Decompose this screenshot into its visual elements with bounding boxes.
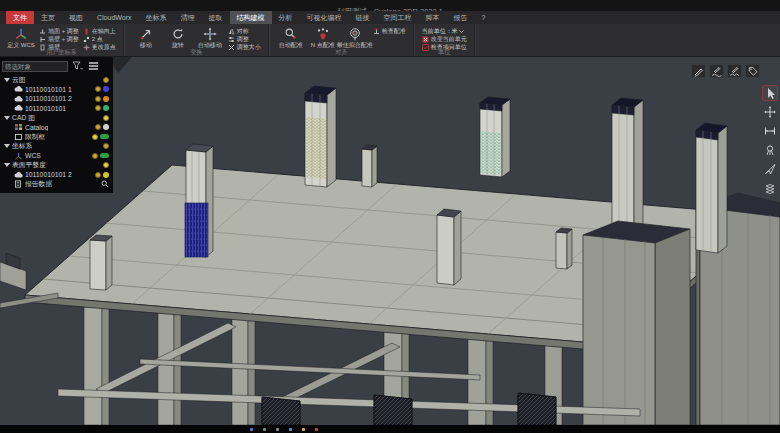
tab-help[interactable]: ? bbox=[475, 11, 493, 24]
tree-item-wcs[interactable]: WCS bbox=[2, 151, 111, 161]
transform-small-column: 对称 调整 调整大小 bbox=[228, 27, 261, 51]
color-dot-yellow[interactable] bbox=[103, 172, 109, 178]
tree-menu-icon[interactable] bbox=[87, 60, 100, 72]
badges bbox=[103, 143, 111, 149]
define-wcs-button[interactable]: 定义 WCS bbox=[5, 26, 37, 49]
bulb-badge[interactable] bbox=[92, 134, 98, 140]
tab-surveying[interactable]: 空间工程 bbox=[377, 11, 419, 24]
pan-tool-button[interactable] bbox=[762, 104, 778, 120]
tree-group-pointclouds[interactable]: 云图 bbox=[2, 75, 111, 85]
tab-report[interactable]: 报告 bbox=[447, 11, 475, 24]
bulb-badge[interactable] bbox=[103, 115, 109, 121]
column-mid-right bbox=[437, 209, 461, 285]
viewport-3d-scene[interactable] bbox=[0, 57, 780, 425]
orbit-station-icon bbox=[764, 144, 776, 156]
medal-badge[interactable] bbox=[95, 105, 101, 111]
tab-structure-modeling[interactable]: 结构建模 bbox=[230, 11, 272, 24]
medal-badge[interactable] bbox=[103, 77, 109, 83]
layers-tool-button[interactable] bbox=[762, 180, 778, 196]
point-cloud-column-blue[interactable] bbox=[185, 144, 213, 257]
select-tool-button[interactable] bbox=[762, 85, 778, 101]
color-dot-orange[interactable] bbox=[103, 96, 109, 102]
visibility-toggle[interactable] bbox=[100, 153, 109, 158]
medal-badge[interactable] bbox=[92, 153, 98, 159]
tab-visual-programming[interactable]: 可视化编程 bbox=[300, 11, 349, 24]
tab-extract[interactable]: 提取 bbox=[202, 11, 230, 24]
spline-tool-button[interactable] bbox=[709, 64, 724, 78]
tree-item-flatness-cloud[interactable]: 10110010101 2 bbox=[2, 170, 111, 180]
move-button[interactable]: 移动 bbox=[130, 26, 162, 49]
tab-home[interactable]: 主页 bbox=[34, 11, 62, 24]
tab-clean[interactable]: 清理 bbox=[174, 11, 202, 24]
tree-item-cloud-1[interactable]: 10110010101 1 bbox=[2, 85, 111, 95]
caret-down-icon[interactable] bbox=[4, 78, 10, 82]
n-point-registration-button[interactable]: N 点配准 bbox=[307, 26, 339, 49]
tree-item-catalog[interactable]: Catalog bbox=[2, 123, 111, 133]
item-label: N 点配准 bbox=[311, 42, 335, 49]
color-dot-blue[interactable] bbox=[103, 86, 109, 92]
tab-script[interactable]: 脚本 bbox=[419, 11, 447, 24]
viewport-3d[interactable] bbox=[0, 57, 780, 425]
tree-group-coordsys[interactable]: 坐标系 bbox=[2, 142, 111, 152]
tree-item-report-data[interactable]: 报告数据 bbox=[2, 180, 111, 190]
label-tag-icon bbox=[747, 66, 758, 77]
caret-down-icon[interactable] bbox=[4, 163, 10, 167]
measure-distance-button[interactable] bbox=[762, 123, 778, 139]
medal-badge[interactable] bbox=[95, 124, 101, 130]
magnifier-icon[interactable] bbox=[101, 180, 109, 188]
axis-triad-icon bbox=[14, 152, 23, 160]
item-label: 旋转 bbox=[172, 42, 184, 49]
tree-item-cloud-2[interactable]: 10110010101 2 bbox=[2, 94, 111, 104]
tree-item-limit-box[interactable]: 限制框 bbox=[2, 132, 111, 142]
badges bbox=[92, 153, 111, 159]
badges bbox=[95, 86, 111, 92]
tab-analysis[interactable]: 分析 bbox=[272, 11, 300, 24]
project-tree-panel: 云图 10110010101 1 10110010101 2 101100101… bbox=[0, 57, 113, 193]
freehand-tool-button[interactable] bbox=[727, 64, 742, 78]
sketch-tool-button[interactable] bbox=[691, 64, 706, 78]
inspection-column-green[interactable] bbox=[480, 97, 510, 177]
inspection-column-yellow[interactable] bbox=[305, 86, 336, 187]
medal-badge[interactable] bbox=[95, 96, 101, 102]
check-registration-item[interactable]: 检查配准 bbox=[373, 27, 406, 35]
tab-view[interactable]: 视图 bbox=[62, 11, 90, 24]
tab-link[interactable]: 链接 bbox=[349, 11, 377, 24]
color-dot-green[interactable] bbox=[103, 105, 109, 111]
auto-move-button[interactable]: 自动移动 bbox=[194, 26, 226, 49]
item-label: 移动 bbox=[140, 42, 152, 49]
tree-label: 10110010101 2 bbox=[25, 171, 72, 178]
color-dot-white[interactable] bbox=[103, 124, 109, 130]
tab-cloudworx[interactable]: CloudWorx bbox=[90, 11, 139, 24]
caret-down-icon[interactable] bbox=[4, 116, 10, 120]
rotate-button[interactable]: 旋转 bbox=[162, 26, 194, 49]
item-label: 检查配准 bbox=[382, 27, 406, 36]
report-document-icon bbox=[14, 180, 23, 188]
bulb-badge[interactable] bbox=[103, 162, 109, 168]
medal-badge[interactable] bbox=[95, 172, 101, 178]
medal-badge[interactable] bbox=[103, 143, 109, 149]
tree-group-cad[interactable]: CAD 图 bbox=[2, 113, 111, 123]
wall-plane-icon bbox=[39, 36, 46, 43]
point-cloud-icon bbox=[14, 171, 23, 179]
group-title: 变换 bbox=[125, 49, 268, 56]
tag-tool-button[interactable] bbox=[745, 64, 760, 78]
filter-funnel-icon[interactable] bbox=[71, 60, 84, 72]
best-fit-registration-button[interactable]: 最佳拟合配准 bbox=[339, 26, 371, 49]
tab-coordsys[interactable]: 坐标系 bbox=[139, 11, 174, 24]
tab-file[interactable]: 文件 bbox=[6, 11, 34, 24]
badges bbox=[95, 172, 111, 178]
badges bbox=[101, 180, 111, 188]
sketch-pencil-icon bbox=[693, 66, 704, 77]
tree-group-surface-flatness[interactable]: 表面平整度 bbox=[2, 161, 111, 171]
caret-down-icon[interactable] bbox=[4, 144, 10, 148]
catalog-grid-icon bbox=[14, 123, 23, 131]
orbit-station-button[interactable] bbox=[762, 142, 778, 158]
tree-filter-input[interactable] bbox=[2, 61, 68, 72]
visibility-toggle[interactable] bbox=[100, 134, 109, 139]
medal-badge[interactable] bbox=[95, 86, 101, 92]
auto-registration-button[interactable]: 自动配准 bbox=[275, 26, 307, 49]
fly-tool-button[interactable] bbox=[762, 161, 778, 177]
best-fit-registration-icon bbox=[348, 27, 362, 41]
tree-item-cloud-3[interactable]: 10110010101 bbox=[2, 104, 111, 114]
taskbar-dot bbox=[263, 428, 266, 431]
